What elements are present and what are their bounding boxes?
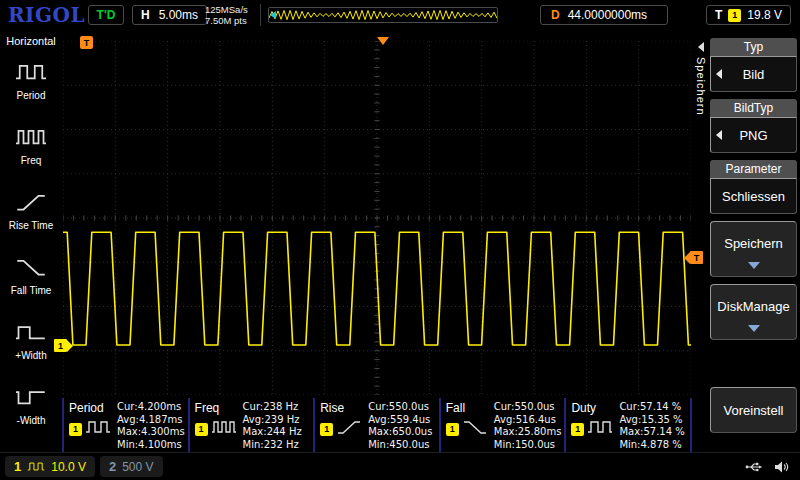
measurement-avg: Avg:15.35 % <box>619 414 688 427</box>
menu-header-bildtyp: BildTyp <box>710 99 797 117</box>
channel-1-badge: 1 <box>195 423 208 436</box>
menu-button-voreinstell[interactable]: Voreinstell <box>710 387 797 433</box>
menu-value-bild[interactable]: Bild <box>710 56 797 92</box>
ch1-ground-arrow-icon <box>67 340 73 352</box>
trigger-status-badge: T'D <box>88 5 124 25</box>
timebase-readout: H 5.00ms <box>132 5 207 25</box>
ch1-ground-marker: 1 <box>54 339 73 352</box>
measurement-max: Max:244 Hz <box>243 426 312 439</box>
down-arrow-icon <box>748 325 760 332</box>
down-arrow-icon <box>748 262 760 269</box>
menu-button-speichern[interactable]: Speichern <box>710 221 797 277</box>
sidebar-item-period[interactable]: Period <box>2 49 60 114</box>
measurement-max: Max:25.80ms <box>494 426 563 439</box>
measurement-avg: Avg:4.187ms <box>117 414 186 427</box>
measurement-cur: Cur:238 Hz <box>243 401 312 414</box>
freq-waveform-icon <box>211 419 237 439</box>
measurement-avg: Avg:516.4us <box>494 414 563 427</box>
delay-value: 44.0000000ms <box>568 8 647 22</box>
sidebar-item-label: Period <box>17 90 46 101</box>
memory-depth: 7.50M pts <box>205 15 248 26</box>
measurement-avg: Avg:559.4us <box>368 414 437 427</box>
rigol-logo: RIGOL <box>8 3 85 27</box>
waveform-preview-strip <box>268 7 498 23</box>
channel-1-chip[interactable]: 1 10.0 V <box>5 456 95 477</box>
menu-button-label: Voreinstell <box>724 403 784 418</box>
trigger-level-label: T <box>690 251 703 264</box>
preview-cursor-icon <box>270 11 276 19</box>
measurement-cur: Cur:550.0us <box>494 401 563 414</box>
period-waveform-icon <box>85 419 111 439</box>
measurement-name: Freq <box>195 401 241 415</box>
trigger-readout: T 1 19.8 V <box>706 5 791 25</box>
measurement-min: Min:232 Hz <box>243 439 312 452</box>
duty-waveform-icon <box>587 419 613 439</box>
measurement-panel-fall: Fall 1 Cur:550.0us Avg:516.4us Max:25.80… <box>439 398 565 452</box>
menu-value-label: Bild <box>743 67 765 82</box>
sidebar-item-fall-time[interactable]: Fall Time <box>2 244 60 309</box>
measurement-name: Rise <box>320 401 366 415</box>
channel-2-scale: 500 V <box>122 460 153 474</box>
sidebar-item-label: +Width <box>15 350 46 361</box>
top-status-bar: RIGOL T'D H 5.00ms 125MSa/s 7.50M pts D … <box>0 0 800 30</box>
delay-label: D <box>551 8 560 22</box>
menu-group-parameter: Parameter Schliessen <box>710 160 797 214</box>
channel-1-badge: 1 <box>320 423 333 436</box>
rise-waveform-icon <box>336 419 362 439</box>
channel-2-number: 2 <box>109 459 116 474</box>
measure-sidebar: Horizontal Period Freq Rise Time Fall Ti… <box>0 30 62 452</box>
measurement-max: Max:650.0us <box>368 426 437 439</box>
menu-header-parameter: Parameter <box>710 160 797 178</box>
menu-value-png[interactable]: PNG <box>710 117 797 153</box>
measurement-min: Min:450.0us <box>368 439 437 452</box>
left-arrow-icon <box>716 69 722 79</box>
channel-2-chip[interactable]: 2 500 V <box>100 456 163 477</box>
menu-group-typ: Typ Bild <box>710 38 797 92</box>
trigger-position-marker-icon <box>377 37 389 45</box>
measurement-cur: Cur:57.14 % <box>619 401 688 414</box>
softkey-buttons: Typ Bild BildTyp PNG Parameter Schliesse… <box>710 38 797 433</box>
trigger-label: T <box>715 8 722 22</box>
sidebar-item-rise-time[interactable]: Rise Time <box>2 179 60 244</box>
measurement-panel-duty: Duty 1 Cur:57.14 % Avg:15.35 % Max:57.14… <box>564 398 690 452</box>
graticule-and-trace <box>63 41 691 395</box>
delay-readout: D 44.0000000ms <box>540 5 668 25</box>
plus-width-icon <box>14 322 48 346</box>
menu-button-label: Speichern <box>724 236 783 251</box>
sidebar-item-label: -Width <box>17 415 46 426</box>
measure-category-title: Horizontal <box>6 35 56 47</box>
channel-1-number: 1 <box>14 459 21 474</box>
measurement-bar: Period 1 Cur:4.200ms Avg:4.187ms Max:4.3… <box>62 398 692 452</box>
scope-display: T T 1 <box>62 30 692 398</box>
collapse-menu-icon <box>698 42 704 52</box>
measurement-name: Duty <box>571 401 617 415</box>
menu-value-schliessen[interactable]: Schliessen <box>710 178 797 214</box>
measurement-cur: Cur:4.200ms <box>117 401 186 414</box>
fall-time-icon <box>14 257 48 281</box>
preview-waveform <box>269 8 497 22</box>
channel-1-scale: 10.0 V <box>51 460 86 474</box>
minus-width-icon <box>14 387 48 411</box>
measurement-panel-period: Period 1 Cur:4.200ms Avg:4.187ms Max:4.3… <box>62 398 188 452</box>
topbar-divider <box>260 4 261 26</box>
sidebar-item-plus-width[interactable]: +Width <box>2 309 60 374</box>
measurement-panel-rise: Rise 1 Cur:550.0us Avg:559.4us Max:650.0… <box>313 398 439 452</box>
menu-button-diskmanage[interactable]: DiskManage <box>710 284 797 340</box>
sidebar-item-freq[interactable]: Freq <box>2 114 60 179</box>
acquisition-readout: 125MSa/s 7.50M pts <box>205 4 248 26</box>
menu-tab-speichern[interactable]: Speichern <box>693 42 708 116</box>
measurement-avg: Avg:239 Hz <box>243 414 312 427</box>
sidebar-item-label: Rise Time <box>9 220 53 231</box>
sidebar-item-minus-width[interactable]: -Width <box>2 374 60 439</box>
left-arrow-icon <box>716 130 722 140</box>
channel-1-badge: 1 <box>69 423 82 436</box>
oscilloscope-screen: RIGOL T'D H 5.00ms 125MSa/s 7.50M pts D … <box>0 0 800 480</box>
trigger-source-badge: 1 <box>728 9 741 22</box>
softkey-menu: Speichern Typ Bild BildTyp PNG Parameter <box>693 30 800 452</box>
trigger-level-marker: T <box>684 251 703 264</box>
horizontal-label: H <box>141 8 150 22</box>
timebase-value: 5.00ms <box>159 8 198 22</box>
channel-1-badge: 1 <box>446 423 459 436</box>
sidebar-item-label: Fall Time <box>11 285 52 296</box>
menu-value-label: PNG <box>739 128 767 143</box>
